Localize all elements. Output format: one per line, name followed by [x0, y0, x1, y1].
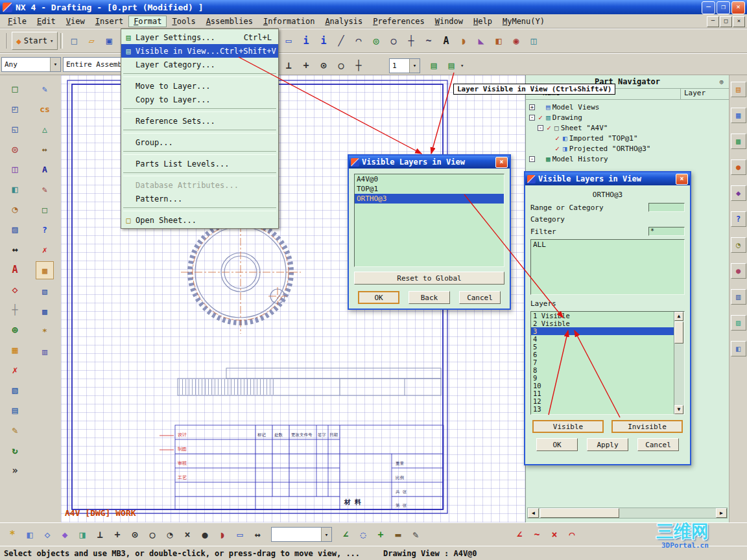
- layer-list-item[interactable]: 3: [531, 327, 674, 335]
- tool-button[interactable]: ◆: [56, 526, 73, 543]
- dialog-titlebar[interactable]: Visible Layers in View ×: [349, 156, 510, 169]
- tool-button[interactable]: △: [36, 121, 53, 137]
- tool-button[interactable]: ◗: [455, 32, 472, 49]
- tool-button[interactable]: ◎: [368, 32, 385, 49]
- tool-button[interactable]: ○: [144, 526, 161, 543]
- minimize-button[interactable]: ─: [702, 1, 715, 14]
- ok-button[interactable]: OK: [358, 291, 399, 304]
- menu-item[interactable]: Analysis: [320, 16, 368, 27]
- layer-list-item[interactable]: 1 Visible: [531, 312, 674, 320]
- expand-toggle-icon[interactable]: -: [538, 125, 543, 131]
- tool-button[interactable]: ↔: [6, 241, 23, 258]
- layer-list-item[interactable]: 12: [531, 397, 674, 405]
- tool-button[interactable]: ▤: [443, 57, 460, 74]
- format-menu-item[interactable]: Parts List Levels...: [121, 157, 278, 170]
- gear-view[interactable]: [181, 211, 301, 334]
- layer-list-item[interactable]: 6: [531, 351, 674, 358]
- chevron-down-icon[interactable]: ▾: [409, 59, 420, 73]
- resource-button[interactable]: ▦: [731, 108, 746, 123]
- layer-list-item[interactable]: 5: [531, 343, 674, 351]
- tool-button[interactable]: ✎: [36, 80, 53, 97]
- tool-button[interactable]: ╱: [333, 32, 350, 49]
- tool-button[interactable]: ✎: [36, 181, 53, 198]
- format-menu-item[interactable]: Move to Layer...: [121, 79, 278, 93]
- tool-button[interactable]: ◱: [6, 121, 23, 137]
- format-menu-item[interactable]: Copy to Layer...: [121, 93, 278, 106]
- tool-button[interactable]: ◎: [6, 141, 23, 158]
- range-field[interactable]: [648, 203, 685, 212]
- expand-toggle-icon[interactable]: -: [529, 115, 535, 121]
- menu-item[interactable]: Preferences: [368, 16, 429, 27]
- tool-button[interactable]: ◰: [6, 100, 23, 117]
- tool-button[interactable]: ◣: [473, 32, 490, 49]
- column-layer[interactable]: Layer: [684, 89, 706, 97]
- tool-button[interactable]: ▤: [425, 57, 442, 74]
- toolbar-drag-handle[interactable]: [5, 33, 9, 49]
- scrollbar-thumb[interactable]: [540, 508, 619, 518]
- tool-button[interactable]: ∠: [337, 526, 354, 543]
- tool-button[interactable]: ▦: [6, 342, 23, 358]
- chevron-down-icon[interactable]: ▾: [321, 528, 331, 541]
- menu-item[interactable]: Assemblies: [201, 16, 258, 27]
- format-menu-item[interactable]: [123, 108, 276, 112]
- expand-toggle-icon[interactable]: -: [529, 156, 535, 162]
- tool-button[interactable]: □: [65, 32, 82, 49]
- scrollbar-thumb[interactable]: [674, 321, 683, 344]
- tool-button[interactable]: ◉: [508, 32, 525, 49]
- tool-button[interactable]: +: [372, 526, 389, 543]
- tool-button[interactable]: ?: [36, 221, 53, 238]
- view-list-item[interactable]: TOP@1: [355, 184, 504, 194]
- tool-button[interactable]: *: [4, 526, 21, 543]
- layer-list-item[interactable]: 4: [531, 335, 674, 343]
- layer-list-item[interactable]: 8: [531, 366, 674, 374]
- resource-button[interactable]: ◧: [731, 341, 746, 356]
- tool-button[interactable]: ▱: [83, 32, 100, 49]
- tool-button[interactable]: ┼: [403, 32, 420, 49]
- tool-button[interactable]: ◔: [6, 201, 23, 218]
- tool-button[interactable]: i: [315, 32, 332, 49]
- format-menu-item[interactable]: [123, 73, 276, 77]
- menu-item[interactable]: File: [3, 16, 32, 27]
- tool-button[interactable]: ▩: [36, 303, 53, 320]
- tool-button[interactable]: A: [36, 161, 53, 178]
- tree-row[interactable]: - ✓ ▥ Drawing: [529, 112, 729, 122]
- scroll-right-icon[interactable]: ▶: [716, 508, 727, 518]
- resource-button[interactable]: ●: [731, 263, 746, 279]
- tool-button[interactable]: ▥: [36, 343, 53, 360]
- tool-button[interactable]: ▦: [36, 261, 54, 279]
- format-menu-item[interactable]: Reference Sets...: [121, 114, 278, 128]
- chevron-down-icon[interactable]: ▾: [50, 58, 60, 71]
- tool-button[interactable]: ◧: [490, 32, 507, 49]
- layer-list-item[interactable]: 13: [531, 405, 674, 413]
- format-menu-item[interactable]: ▤ Layer Settings... Ctrl+L: [121, 30, 278, 44]
- ok-button[interactable]: OK: [536, 438, 578, 451]
- tool-button[interactable]: ●: [196, 526, 213, 543]
- selection-filter-combo[interactable]: Any ▾: [1, 57, 61, 72]
- tool-button[interactable]: ▭: [231, 526, 248, 543]
- tool-button[interactable]: A: [438, 32, 455, 49]
- tool-button[interactable]: ◨: [74, 526, 91, 543]
- format-menu-item[interactable]: [123, 130, 276, 134]
- shaft-view[interactable]: [178, 368, 441, 395]
- category-list[interactable]: ALL: [530, 239, 685, 295]
- tool-button[interactable]: ○: [385, 32, 402, 49]
- tool-button[interactable]: ◧: [6, 181, 23, 198]
- tool-button[interactable]: ▬: [390, 526, 407, 543]
- checkmark-icon[interactable]: ✓: [537, 113, 544, 122]
- view-list-item[interactable]: ORTHO@3: [355, 194, 504, 204]
- tool-button[interactable]: ◠: [563, 526, 580, 543]
- tool-button[interactable]: ×: [546, 526, 563, 543]
- checkmark-icon[interactable]: ✓: [545, 124, 552, 132]
- cancel-button[interactable]: Cancel: [637, 438, 679, 451]
- format-menu-item[interactable]: □ Open Sheet...: [121, 213, 278, 227]
- chevron-down-icon[interactable]: ▾: [460, 62, 464, 69]
- layers-list[interactable]: 1 Visible 2 Visible 3 4 5 6 7 8 9: [530, 311, 685, 415]
- scroll-left-icon[interactable]: ◀: [528, 508, 539, 518]
- layer-list-item[interactable]: 10: [531, 382, 674, 390]
- layer-list-item[interactable]: 9: [531, 374, 674, 382]
- resource-button[interactable]: ▨: [731, 315, 746, 331]
- tool-button[interactable]: ~: [528, 526, 545, 543]
- format-menu-item[interactable]: ▤ Visible in View... Ctrl+Shift+V: [121, 44, 278, 58]
- pin-icon[interactable]: ⊕: [719, 78, 724, 86]
- checkmark-icon[interactable]: ✓: [554, 134, 561, 143]
